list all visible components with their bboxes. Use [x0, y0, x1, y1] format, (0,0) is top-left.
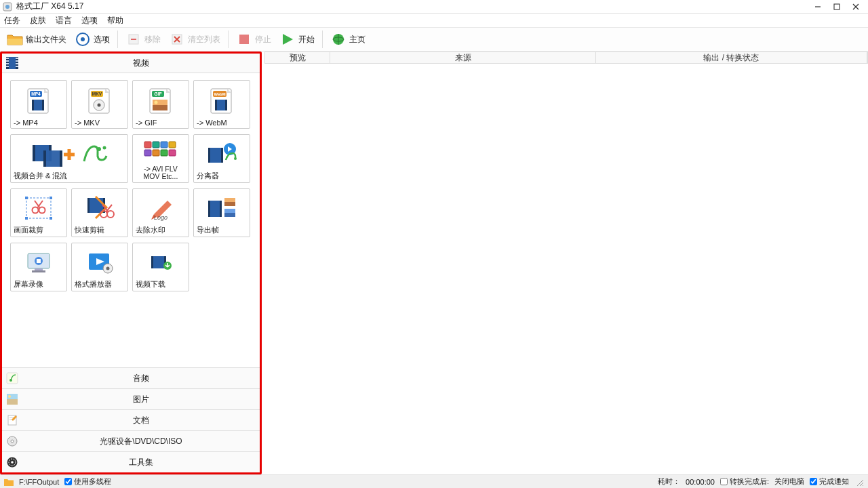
category-image[interactable]: 图片 [2, 388, 260, 409]
tile-gif-label: -> GIF [136, 119, 186, 127]
film-icon [2, 56, 22, 70]
gif-icon: GIF [146, 83, 176, 119]
tile-exportframe[interactable]: 导出帧 [193, 188, 250, 237]
tile-webm[interactable]: WebM -> WebM [193, 80, 250, 129]
tile-split[interactable]: 分离器 [193, 134, 250, 183]
svg-rect-25 [16, 58, 18, 59]
col-status[interactable]: 输出 / 转换状态 [596, 52, 867, 63]
svg-rect-100 [35, 268, 43, 270]
document-icon [2, 414, 22, 426]
menu-help[interactable]: 帮助 [107, 15, 123, 26]
svg-rect-77 [50, 197, 52, 199]
category-video-header[interactable]: 视频 [2, 54, 260, 73]
menu-task[interactable]: 任务 [4, 15, 20, 26]
task-list-body[interactable] [264, 64, 868, 474]
col-source[interactable]: 来源 [330, 52, 596, 63]
output-path[interactable]: F:\FFOutput [19, 478, 59, 486]
folder-icon [7, 31, 23, 47]
menu-options[interactable]: 选项 [81, 15, 98, 26]
split-icon [205, 138, 238, 171]
merge-icon [28, 138, 110, 171]
home-label: 主页 [349, 34, 366, 45]
folder-small-icon [4, 478, 14, 486]
remove-button[interactable]: 移除 [123, 30, 163, 49]
tile-merge-label: 视频合并 & 混流 [14, 171, 125, 181]
tile-avi[interactable]: -> AVI FLV MOV Etc... [132, 134, 189, 183]
category-disc[interactable]: 光驱设备\DVD\CD\ISO [2, 430, 260, 451]
tile-crop[interactable]: 画面裁剪 [10, 188, 67, 237]
tile-gif[interactable]: GIF -> GIF [132, 80, 189, 129]
stop-button[interactable]: 停止 [233, 30, 274, 49]
status-bar: F:\FFOutput 使用多线程 耗时： 00:00:00 转换完成后: 关闭… [0, 474, 868, 488]
svg-rect-71 [208, 148, 210, 163]
afterdone-checkbox[interactable]: 转换完成后: [720, 476, 769, 487]
minimize-button[interactable] [808, 1, 827, 13]
svg-point-1 [5, 5, 9, 9]
svg-rect-53 [33, 145, 35, 161]
category-tools[interactable]: 工具集 [2, 451, 260, 472]
svg-rect-65 [169, 142, 176, 148]
svg-text:MKV: MKV [92, 92, 102, 96]
task-list-panel: 预览 来源 输出 / 转换状态 [264, 52, 868, 474]
svg-line-127 [863, 485, 863, 486]
options-button[interactable]: 选项 [72, 30, 113, 49]
output-folder-button[interactable]: 输出文件夹 [4, 30, 69, 49]
menu-bar: 任务 皮肤 语言 选项 帮助 [0, 14, 868, 27]
time-value: 00:00:00 [686, 478, 715, 486]
shutdown-option[interactable]: 关闭电脑 [774, 476, 804, 487]
resize-grip-icon[interactable] [854, 477, 864, 487]
svg-point-121 [11, 440, 14, 443]
tile-player[interactable]: 格式播放器 [71, 243, 128, 291]
tile-avi-label: -> AVI FLV MOV Etc... [136, 165, 186, 181]
clear-button[interactable]: 清空列表 [166, 30, 223, 49]
globe-icon [330, 31, 347, 47]
tile-screenrec-label: 屏幕录像 [14, 279, 64, 289]
tile-mkv[interactable]: MKV -> MKV [71, 80, 128, 129]
category-image-label: 图片 [22, 394, 260, 405]
tile-watermark[interactable]: Logo 去除水印 [132, 188, 189, 237]
exportframe-icon [205, 192, 238, 225]
category-audio[interactable]: 音频 [2, 367, 260, 388]
svg-rect-76 [25, 197, 28, 199]
tile-quickcut[interactable]: 快速剪辑 [71, 188, 128, 237]
tile-mp4[interactable]: MP4 -> MP4 [10, 80, 67, 129]
svg-point-60 [97, 147, 101, 151]
svg-rect-63 [153, 142, 159, 148]
player-icon [83, 246, 116, 279]
tile-download[interactable]: 视频下载 [132, 243, 189, 291]
svg-rect-6 [7, 39, 22, 45]
svg-rect-98 [224, 209, 235, 213]
close-button[interactable] [846, 1, 865, 13]
download-icon [144, 246, 177, 279]
svg-point-8 [81, 37, 85, 41]
category-document[interactable]: 文档 [2, 409, 260, 430]
category-tools-label: 工具集 [22, 457, 260, 468]
gear-icon [75, 31, 91, 47]
tile-crop-label: 画面裁剪 [14, 225, 64, 235]
svg-rect-103 [37, 259, 41, 263]
maximize-button[interactable] [827, 1, 846, 13]
menu-skin[interactable]: 皮肤 [30, 15, 46, 26]
tile-screenrec[interactable]: 屏幕录像 [10, 243, 67, 291]
menu-language[interactable]: 语言 [56, 15, 72, 26]
col-preview[interactable]: 预览 [265, 52, 330, 63]
stop-label: 停止 [255, 34, 271, 45]
category-document-label: 文档 [22, 415, 260, 426]
tile-merge[interactable]: 视频合并 & 混流 [10, 134, 128, 183]
svg-text:MP4: MP4 [31, 92, 41, 96]
output-folder-label: 输出文件夹 [26, 34, 66, 45]
svg-point-61 [103, 146, 106, 149]
clear-label: 清空列表 [188, 34, 220, 45]
tools-icon [2, 456, 22, 468]
notify-checkbox[interactable]: 完成通知 [810, 476, 849, 487]
home-button[interactable]: 主页 [328, 30, 368, 49]
svg-rect-33 [32, 100, 34, 110]
multithread-checkbox[interactable]: 使用多线程 [64, 476, 111, 487]
start-button[interactable]: 开始 [277, 30, 317, 49]
svg-rect-57 [60, 150, 62, 167]
mp4-icon: MP4 [24, 83, 54, 119]
column-headers: 预览 来源 输出 / 转换状态 [264, 52, 868, 64]
toolbar: 输出文件夹 选项 移除 清空列表 停止 开始 主页 [0, 27, 868, 52]
svg-rect-23 [6, 63, 9, 64]
svg-rect-62 [144, 142, 151, 148]
